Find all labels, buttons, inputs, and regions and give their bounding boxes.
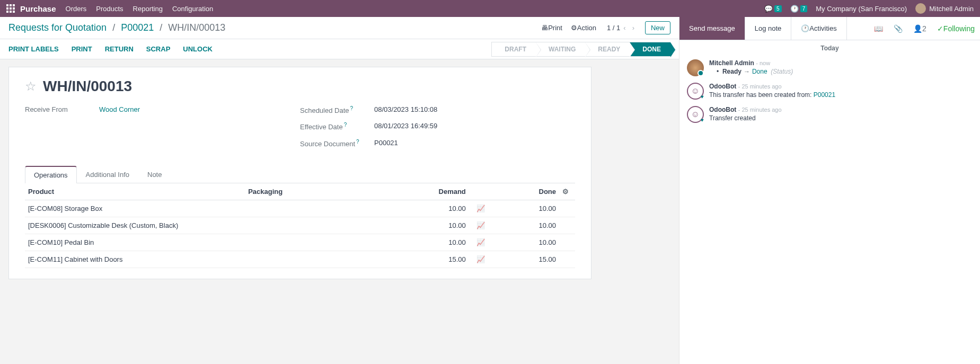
breadcrumb-current: WH/IN/00013 [168,22,225,33]
activities-icon[interactable]: 🕐7 [790,5,808,13]
pager: 1 / 1 ‹ › [607,24,638,32]
column-options-icon[interactable]: ⚙ [562,188,569,196]
message-author[interactable]: OdooBot [709,106,736,113]
cell-packaging[interactable] [245,251,368,268]
label-receive-from: Receive From [25,105,99,113]
menu-configuration[interactable]: Configuration [172,5,213,13]
message: ☺OdooBot - 25 minutes agoTransfer create… [679,103,980,126]
cell-demand[interactable]: 10.00 [368,200,469,217]
attachment-icon[interactable]: 📎 [888,17,908,40]
app-brand[interactable]: Purchase [20,4,56,13]
message-author[interactable]: Mitchell Admin [709,59,754,67]
status-ready[interactable]: READY [585,42,630,57]
user-name: Mitchell Admin [929,5,974,13]
log-note-button[interactable]: Log note [745,17,792,40]
table-row[interactable]: [E-COM11] Cabinet with Doors15.00📈15.00 [25,251,575,268]
menu-products[interactable]: Products [96,5,123,13]
date-separator: Today [679,40,980,56]
action-scrap[interactable]: SCRAP [146,45,171,53]
cell-demand[interactable]: 10.00 [368,217,469,234]
company-switcher[interactable]: My Company (San Francisco) [816,5,907,13]
cell-done[interactable]: 10.00 [488,234,559,251]
cell-product[interactable]: [E-COM08] Storage Box [25,200,245,217]
col-product[interactable]: Product [25,183,245,200]
tab-operations[interactable]: Operations [25,166,77,183]
message-time: - 25 minutes ago [738,83,782,90]
chatter-panel: Send message Log note 🕐 Activities 📖 📎 👤… [679,17,980,364]
breadcrumb: Requests for Quotation / P00021 / WH/IN/… [8,22,225,33]
menu-orders[interactable]: Orders [66,5,87,13]
value-receive-from[interactable]: Wood Corner [99,105,140,113]
breadcrumb-root[interactable]: Requests for Quotation [8,22,107,33]
value-source-document: P00021 [374,139,398,148]
status-waiting[interactable]: WAITING [536,42,585,57]
forecast-icon[interactable]: 📈 [476,205,485,212]
pager-text[interactable]: 1 / 1 [607,24,620,32]
message: ☺OdooBot - 25 minutes agoThis transfer h… [679,79,980,103]
status-done[interactable]: DONE [630,42,670,57]
tab-additional-info[interactable]: Additional Info [77,166,138,183]
breadcrumb-parent[interactable]: P00021 [121,22,154,33]
help-icon[interactable]: ? [356,139,359,145]
forecast-icon[interactable]: 📈 [476,255,485,263]
message-time: - now [756,60,770,66]
apps-icon[interactable] [6,4,15,13]
message-author[interactable]: OdooBot [709,83,736,90]
messaging-icon[interactable]: 💬5 [764,5,782,13]
menu-reporting[interactable]: Reporting [133,5,163,13]
help-icon[interactable]: ? [344,122,347,128]
pager-prev-icon[interactable]: ‹ [623,24,625,32]
table-row[interactable]: [DESK0006] Customizable Desk (Custom, Bl… [25,217,575,234]
activities-button[interactable]: 🕐 Activities [791,17,846,40]
pager-next-icon[interactable]: › [632,24,634,32]
label-source-document: Source Document? [300,139,374,148]
form-tabs: Operations Additional Info Note [25,166,575,183]
label-scheduled-date: Scheduled Date? [300,105,374,114]
value-scheduled-date: 08/03/2023 15:10:08 [374,105,437,114]
control-panel: Requests for Quotation / P00021 / WH/IN/… [0,17,679,39]
cell-done[interactable]: 10.00 [488,217,559,234]
favorite-star-icon[interactable]: ☆ [25,79,37,94]
followers-button[interactable]: 👤2 [908,17,932,40]
cell-product[interactable]: [DESK0006] Customizable Desk (Custom, Bl… [25,217,245,234]
send-message-button[interactable]: Send message [679,17,745,40]
action-print[interactable]: PRINT [72,45,92,53]
col-done[interactable]: Done [488,183,559,200]
cell-packaging[interactable] [245,200,368,217]
message-time: - 25 minutes ago [738,106,782,113]
cell-product[interactable]: [E-COM10] Pedal Bin [25,234,245,251]
forecast-icon[interactable]: 📈 [476,238,485,246]
col-packaging[interactable]: Packaging [245,183,368,200]
action-return[interactable]: RETURN [105,45,134,53]
status-draft[interactable]: DRAFT [491,42,536,57]
form-sheet: ☆ WH/IN/00013 Receive From Wood Corner S… [8,67,591,279]
top-nav: Purchase Orders Products Reporting Confi… [0,0,980,17]
user-menu[interactable]: Mitchell Admin [915,3,974,14]
col-demand[interactable]: Demand [368,183,469,200]
action-button[interactable]: ⚙ Action [571,24,596,32]
message-avatar: ☺ [687,83,704,100]
cell-done[interactable]: 15.00 [488,251,559,268]
message-avatar: ☺ [687,106,704,123]
print-button[interactable]: 🖶 Print [541,24,562,32]
avatar [915,3,926,14]
action-unlock[interactable]: UNLOCK [183,45,213,53]
following-button[interactable]: ✓ Following [932,17,980,40]
record-title: WH/IN/00013 [43,78,132,95]
cell-demand[interactable]: 15.00 [368,251,469,268]
help-icon[interactable]: ? [350,105,354,111]
cell-packaging[interactable] [245,217,368,234]
new-button[interactable]: New [645,21,670,34]
table-row[interactable]: [E-COM10] Pedal Bin10.00📈10.00 [25,234,575,251]
action-print-labels[interactable]: PRINT LABELS [8,45,59,53]
book-icon[interactable]: 📖 [869,17,888,40]
forecast-icon[interactable]: 📈 [476,221,485,229]
cell-product[interactable]: [E-COM11] Cabinet with Doors [25,251,245,268]
message-link[interactable]: P00021 [814,91,835,99]
cell-packaging[interactable] [245,234,368,251]
tab-note[interactable]: Note [138,166,171,183]
cell-demand[interactable]: 10.00 [368,234,469,251]
message: Mitchell Admin - now• Ready→Done (Status… [679,56,980,79]
cell-done[interactable]: 10.00 [488,200,559,217]
table-row[interactable]: [E-COM08] Storage Box10.00📈10.00 [25,200,575,217]
